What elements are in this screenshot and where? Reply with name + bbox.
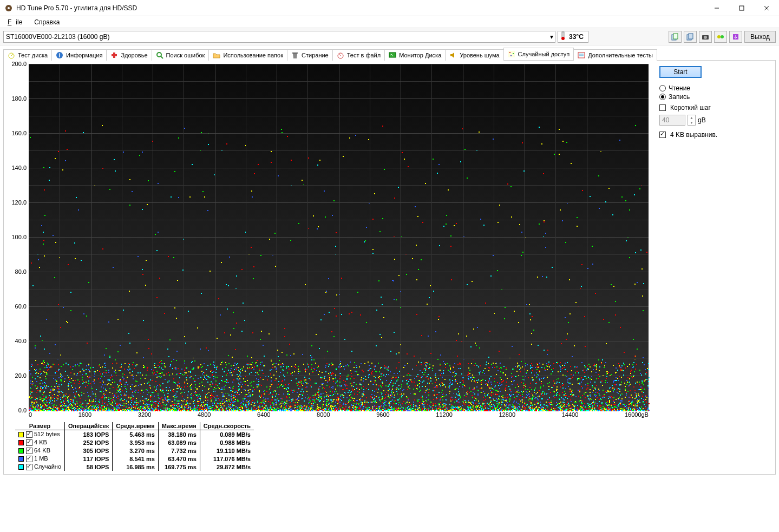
save-screenshot-button[interactable] [699, 31, 712, 43]
tab-health[interactable]: Здоровье [106, 49, 152, 61]
table-row: 64 KB305 IOPS3.270 ms7.732 ms19.110 MB/s [15, 446, 254, 455]
gauge-icon [8, 51, 15, 59]
drive-select-value: ST16000VE000-2L2103 (16000 gB) [6, 33, 109, 41]
window-titlebar: HD Tune Pro 5.70 - утилита для HD/SSD [0, 0, 779, 16]
x-axis: 0160032004800640080009600112001280014400… [29, 410, 649, 419]
step-size-input: 40 [659, 115, 685, 126]
window-title: HD Tune Pro 5.70 - утилита для HD/SSD [16, 4, 704, 12]
svg-rect-25 [292, 52, 298, 54]
options-panel: Start Чтение Запись Короткий шаг 40 ▲▼ g… [659, 64, 772, 471]
svg-text:i: i [59, 52, 61, 58]
menu-file[interactable]: File [3, 17, 27, 27]
svg-point-15 [721, 35, 724, 38]
checkbox-icon [659, 104, 666, 111]
checkbox-icon[interactable] [26, 448, 32, 454]
checkbox-icon[interactable] [26, 431, 32, 438]
svg-point-33 [513, 53, 514, 54]
window-close-button[interactable] [754, 0, 779, 16]
y-axis: 0.020.040.060.080.0100.0120.0140.0160.01… [7, 64, 29, 410]
temperature-value: 33°C [569, 33, 584, 41]
col-iops: Операций/сек [65, 422, 113, 430]
radio-read[interactable]: Чтение [659, 84, 772, 92]
checkbox-icon[interactable] [26, 464, 32, 470]
table-row: 1 MB117 IOPS8.541 ms63.470 ms117.076 MB/… [15, 455, 254, 463]
step-unit-label: gB [698, 116, 706, 124]
speaker-icon [449, 51, 457, 59]
options-button[interactable] [714, 31, 727, 43]
table-row: 4 KB252 IOPS3.953 ms63.089 ms0.988 MB/s [15, 438, 254, 446]
list-icon [578, 51, 585, 59]
file-gauge-icon [337, 51, 344, 59]
col-avg-speed: Средн.скорость [200, 422, 254, 430]
chart-container: ms 0.020.040.060.080.0100.0120.0140.0160… [7, 64, 649, 419]
radio-icon [659, 94, 666, 100]
checkbox-short-step[interactable]: Короткий шаг [659, 104, 772, 111]
col-avg-time: Средн.время [113, 422, 158, 430]
results-table: Размер Операций/сек Средн.время Макс.вре… [15, 422, 254, 471]
step-size-spinner: ▲▼ [688, 115, 696, 126]
menubar: File Справка [0, 16, 779, 28]
svg-line-18 [11, 54, 13, 56]
checkbox-4kb-align[interactable]: 4 KB выравнив. [659, 131, 772, 139]
window-maximize-button[interactable] [729, 0, 754, 16]
svg-point-23 [157, 52, 161, 57]
svg-point-7 [561, 37, 565, 40]
col-size: Размер [15, 422, 65, 430]
folder-icon [213, 51, 220, 59]
table-row: Случайно58 IOPS16.985 ms169.775 ms29.872… [15, 463, 254, 471]
svg-point-13 [704, 36, 707, 39]
copy-screenshot-button[interactable] [684, 31, 697, 43]
trash-icon [291, 51, 299, 59]
tab-extra-tests[interactable]: Дополнительные тесты [573, 49, 657, 61]
thermometer-icon [560, 31, 566, 42]
checkbox-icon [659, 132, 666, 138]
menu-help[interactable]: Справка [32, 17, 62, 27]
start-button[interactable]: Start [659, 66, 702, 78]
tab-info[interactable]: iИнформация [51, 49, 107, 61]
svg-point-34 [510, 55, 512, 56]
svg-rect-6 [562, 32, 564, 37]
health-icon [110, 51, 118, 59]
svg-rect-3 [739, 6, 744, 10]
random-icon [508, 50, 515, 58]
radio-icon [659, 85, 666, 91]
tab-erase[interactable]: Стирание [287, 49, 333, 61]
content-panel: ms 0.020.040.060.080.0100.0120.0140.0160… [3, 60, 776, 475]
svg-line-24 [161, 56, 163, 58]
svg-point-14 [717, 35, 721, 38]
svg-point-32 [509, 52, 510, 53]
chevron-down-icon: ▾ [550, 33, 553, 41]
toolbar: ST16000VE000-2L2103 (16000 gB) ▾ 33°C Вы… [0, 28, 779, 45]
svg-rect-22 [112, 54, 117, 56]
svg-rect-35 [578, 52, 585, 58]
radio-write[interactable]: Запись [659, 93, 772, 101]
tab-error-scan[interactable]: Поиск ошибок [152, 49, 210, 61]
svg-point-1 [8, 7, 10, 9]
tab-disk-monitor[interactable]: Монитор Диска [384, 49, 446, 61]
svg-rect-11 [689, 34, 693, 39]
svg-line-27 [339, 54, 341, 56]
tab-benchmark[interactable]: Тест диска [3, 49, 52, 61]
checkbox-icon[interactable] [26, 439, 32, 446]
copy-info-button[interactable] [669, 31, 682, 43]
tab-strip: Тест диска iИнформация Здоровье Поиск ош… [0, 45, 779, 60]
tab-random-access[interactable]: Случайный доступ [503, 48, 574, 60]
temperature-display: 33°C [558, 31, 588, 43]
checkbox-icon[interactable] [26, 456, 32, 462]
col-max-time: Макс.время [158, 422, 200, 430]
exit-button[interactable]: Выход [744, 31, 776, 43]
tab-aam[interactable]: Уровень шума [445, 49, 503, 61]
window-minimize-button[interactable] [704, 0, 729, 16]
magnifier-icon [156, 51, 163, 59]
table-row: 512 bytes183 IOPS5.463 ms38.180 ms0.089 … [15, 430, 254, 439]
monitor-icon [389, 51, 396, 59]
svg-rect-9 [673, 34, 678, 39]
svg-rect-31 [508, 51, 515, 57]
scatter-chart [29, 64, 649, 410]
tab-file-benchmark[interactable]: Тест в файл [332, 49, 385, 61]
minimize-to-tray-button[interactable] [729, 31, 742, 43]
drive-select[interactable]: ST16000VE000-2L2103 (16000 gB) ▾ [3, 31, 555, 43]
info-icon: i [56, 51, 63, 59]
app-icon [4, 4, 13, 12]
tab-folder-usage[interactable]: Использование папок [208, 49, 287, 61]
